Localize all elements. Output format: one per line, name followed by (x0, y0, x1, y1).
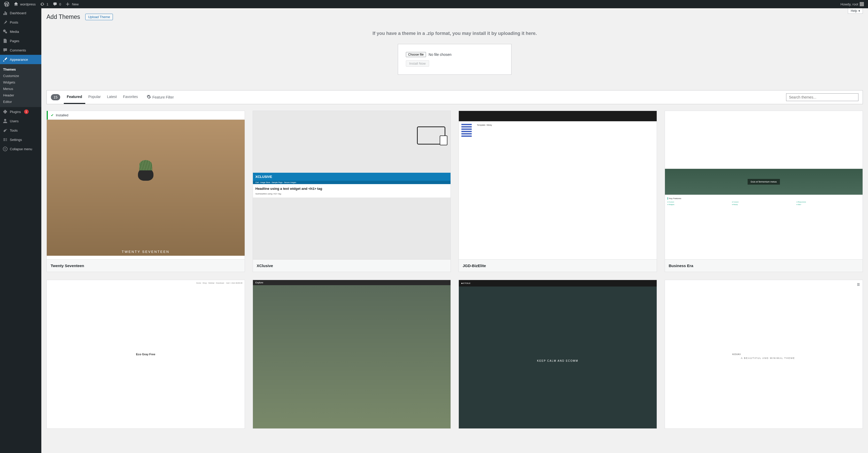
feature-filter-button[interactable]: Feature Filter (144, 91, 177, 104)
installed-banner: ✔ Installed (47, 111, 245, 120)
tab-popular[interactable]: Popular (85, 90, 104, 104)
new-content-link[interactable]: New (63, 0, 81, 8)
check-icon: ✔ (51, 113, 54, 117)
menu-users[interactable]: Users (0, 116, 41, 126)
gear-icon (147, 95, 151, 100)
comment-icon (3, 48, 8, 53)
plugin-icon (3, 109, 8, 114)
chevron-down-icon: ▾ (859, 9, 860, 13)
menu-posts[interactable]: Posts (0, 18, 41, 27)
theme-thumbnail: Duis et fermentum metus Key Features ● C… (665, 111, 863, 259)
menu-comments[interactable]: Comments (0, 46, 41, 55)
wordpress-logo-icon (4, 2, 9, 7)
theme-grid: ✔ Installed TWENTY SEVENTEEN Twenty Seve… (46, 111, 863, 429)
collapse-menu[interactable]: Collapse menu (0, 144, 41, 153)
submenu-widgets[interactable]: Widgets (0, 79, 41, 86)
media-icon (3, 29, 8, 34)
submenu-menus[interactable]: Menus (0, 86, 41, 92)
appearance-submenu: Themes Customize Widgets Menus Header Ed… (0, 64, 41, 107)
theme-thumbnail: TWENTY SEVENTEEN (47, 111, 245, 259)
theme-thumbnail: KOUKI ☰ A BEAUTIFUL AND MINIMAL THEME (665, 280, 863, 428)
theme-thumbnail: XCLUSIVE Cart · Image Store · Sample Pag… (253, 111, 451, 259)
tab-favorites[interactable]: Favorites (120, 90, 141, 104)
submenu-themes[interactable]: Themes (0, 66, 41, 73)
theme-card[interactable]: Duis et fermentum metus Key Features ● C… (665, 111, 863, 272)
theme-count: 15 (51, 94, 60, 100)
updates-count: 1 (46, 2, 48, 6)
theme-card[interactable]: Explore (253, 280, 451, 429)
refresh-icon (40, 2, 45, 7)
menu-plugins[interactable]: Plugins 1 (0, 107, 41, 116)
help-tab[interactable]: Help ▾ (848, 8, 863, 14)
choose-file-button[interactable]: Choose file (406, 52, 426, 57)
theme-name: Business Era (665, 259, 863, 272)
comments-count: 0 (59, 2, 61, 6)
wp-logo[interactable] (2, 0, 11, 8)
theme-thumbnail: ■ ETOILE KEEP CALM AND ECOMM (459, 280, 657, 428)
plugins-badge: 1 (24, 109, 29, 114)
collapse-icon (3, 146, 8, 151)
submenu-customize[interactable]: Customize (0, 73, 41, 79)
menu-tools[interactable]: Tools (0, 126, 41, 135)
menu-pages[interactable]: Pages (0, 36, 41, 46)
admin-toolbar: wordpress 1 0 New Howdy, root (0, 0, 868, 8)
menu-settings[interactable]: Settings (0, 135, 41, 144)
howdy-text: Howdy, root (841, 2, 858, 6)
site-name: wordpress (20, 2, 36, 6)
theme-card[interactable]: XCLUSIVE Cart · Image Store · Sample Pag… (253, 111, 451, 272)
upload-theme-button[interactable]: Upload Theme (85, 14, 113, 20)
new-label: New (72, 2, 79, 6)
account-menu[interactable]: Howdy, root (839, 0, 866, 8)
upload-instructions: If you have a theme in a .zip format, yo… (46, 31, 863, 36)
dashboard-icon (3, 10, 8, 16)
upload-form: Choose file No file chosen Install Now (398, 44, 512, 75)
theme-name: Twenty Seventeen (47, 259, 245, 272)
menu-dashboard[interactable]: Dashboard (0, 8, 41, 18)
site-link[interactable]: wordpress (11, 0, 38, 8)
theme-filter-bar: 15 Featured Popular Latest Favorites Fea… (46, 90, 863, 104)
plus-icon (65, 2, 70, 7)
svg-point-1 (4, 119, 6, 121)
home-icon (13, 2, 19, 7)
user-icon (3, 118, 8, 123)
updates-link[interactable]: 1 (38, 0, 51, 8)
submenu-header[interactable]: Header (0, 92, 41, 98)
menu-appearance[interactable]: Appearance (0, 55, 41, 64)
install-now-button[interactable]: Install Now (406, 60, 429, 67)
tab-latest[interactable]: Latest (104, 90, 120, 104)
theme-name: JGD-BizElite (459, 259, 657, 272)
theme-thumbnail: Explore (253, 280, 451, 428)
theme-name: XClusive (253, 259, 451, 272)
comment-icon (53, 2, 58, 7)
theme-card[interactable]: Eco Gray Free Home · Shop · Sidebar · Do… (46, 280, 245, 429)
search-themes-input[interactable] (786, 93, 859, 101)
pin-icon (3, 20, 8, 25)
wrench-icon (3, 128, 8, 133)
submenu-editor[interactable]: Editor (0, 98, 41, 105)
brush-icon (3, 57, 8, 62)
page-icon (3, 38, 8, 44)
theme-card[interactable]: Template: Sticky JGD-BizElite (459, 111, 657, 272)
page-title: Add Themes (46, 13, 80, 21)
file-status: No file chosen (429, 53, 452, 57)
tab-featured[interactable]: Featured (64, 90, 85, 104)
admin-sidebar: Dashboard Posts Media Pages Comments App… (0, 8, 41, 453)
theme-card[interactable]: KOUKI ☰ A BEAUTIFUL AND MINIMAL THEME (665, 280, 863, 429)
theme-thumbnail: Eco Gray Free Home · Shop · Sidebar · Do… (47, 280, 245, 428)
main-content: Help ▾ Add Themes Upload Theme If you ha… (41, 8, 868, 453)
comments-link[interactable]: 0 (51, 0, 63, 8)
settings-icon (3, 137, 8, 142)
theme-thumbnail: Template: Sticky (459, 111, 657, 259)
menu-media[interactable]: Media (0, 27, 41, 36)
avatar (860, 2, 864, 6)
theme-card[interactable]: ✔ Installed TWENTY SEVENTEEN Twenty Seve… (46, 111, 245, 272)
theme-card[interactable]: ■ ETOILE KEEP CALM AND ECOMM (459, 280, 657, 429)
